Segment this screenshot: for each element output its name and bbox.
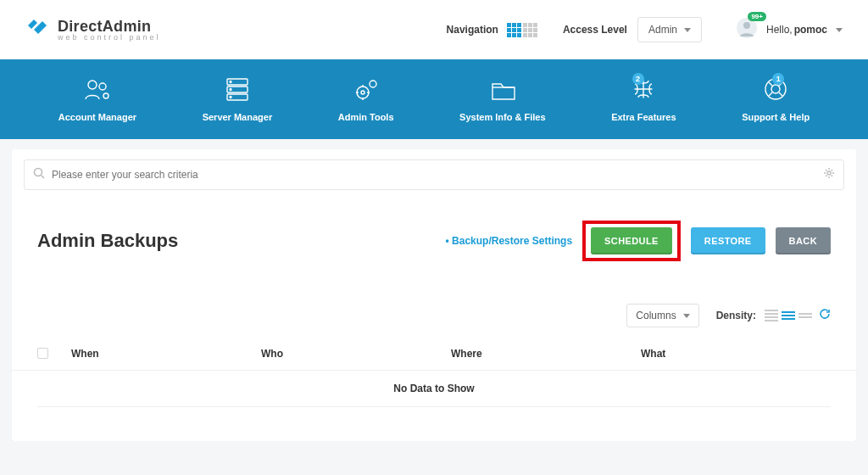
- nav-account-manager[interactable]: Account Manager: [58, 75, 136, 122]
- svg-point-13: [357, 87, 369, 98]
- nav-extra-features[interactable]: 2 Extra Features: [611, 75, 676, 122]
- density-normal-icon[interactable]: [782, 311, 795, 320]
- users-icon: [81, 75, 114, 103]
- nav-server-manager[interactable]: Server Manager: [203, 75, 273, 122]
- svg-point-19: [827, 171, 831, 175]
- brand-title: DirectAdmin: [58, 19, 161, 34]
- columns-select[interactable]: Columns: [626, 304, 698, 327]
- density-compact-icon[interactable]: [765, 310, 778, 321]
- search-settings-icon[interactable]: [823, 167, 835, 182]
- svg-point-11: [230, 89, 231, 91]
- schedule-button[interactable]: SCHEDULE: [591, 227, 672, 254]
- chevron-down-icon: [684, 28, 691, 32]
- user-menu[interactable]: 99+ Hello,pomoc: [736, 17, 843, 42]
- hello-text: Hello,pomoc: [766, 24, 827, 36]
- nav-grid-icon[interactable]: [507, 23, 521, 37]
- chevron-down-icon: [836, 28, 843, 32]
- access-level-select[interactable]: Admin: [637, 17, 702, 42]
- svg-point-17: [771, 85, 780, 93]
- nav-list-icon[interactable]: [523, 23, 537, 37]
- brand-text: DirectAdmin web control panel: [58, 19, 161, 42]
- search-input[interactable]: [52, 169, 816, 181]
- search-box[interactable]: [24, 159, 844, 190]
- col-where[interactable]: Where: [451, 348, 641, 361]
- svg-point-14: [361, 91, 364, 94]
- density-label: Density:: [716, 310, 756, 321]
- svg-point-5: [99, 83, 106, 90]
- search-icon: [33, 167, 45, 182]
- table-header: When Who Where What: [12, 336, 856, 371]
- brand-subtitle: web control panel: [58, 34, 161, 42]
- page-title: Admin Backups: [37, 230, 178, 252]
- select-all-checkbox[interactable]: [37, 348, 48, 359]
- refresh-icon[interactable]: [819, 308, 831, 323]
- svg-marker-0: [28, 20, 37, 29]
- svg-point-3: [743, 22, 750, 29]
- brand-logo[interactable]: DirectAdmin web control panel: [25, 15, 161, 44]
- col-what[interactable]: What: [641, 348, 831, 361]
- col-who[interactable]: Who: [261, 348, 451, 361]
- nav-system-info[interactable]: System Info & Files: [459, 75, 545, 122]
- svg-point-4: [88, 81, 97, 89]
- gears-icon: [349, 75, 383, 103]
- folder-icon: [486, 75, 520, 103]
- empty-state: No Data to Show: [37, 371, 831, 407]
- topbar: DirectAdmin web control panel Navigation…: [0, 0, 868, 59]
- restore-button[interactable]: RESTORE: [691, 227, 765, 254]
- back-button[interactable]: BACK: [776, 227, 831, 254]
- badge: 2: [632, 73, 644, 85]
- svg-point-15: [370, 81, 376, 87]
- svg-point-18: [35, 169, 42, 176]
- nav-support-help[interactable]: 1 Support & Help: [742, 75, 810, 122]
- main-panel: Admin Backups Backup/Restore Settings SC…: [12, 149, 856, 441]
- main-nav: Account Manager Server Manager Admin Too…: [0, 59, 868, 139]
- schedule-highlight: SCHEDULE: [582, 221, 681, 261]
- avatar: 99+: [736, 17, 758, 42]
- avatar-badge: 99+: [748, 12, 766, 21]
- svg-point-10: [230, 81, 231, 83]
- svg-point-6: [103, 93, 108, 98]
- backup-restore-settings-link[interactable]: Backup/Restore Settings: [446, 235, 573, 247]
- brand-icon: [25, 15, 51, 44]
- density-comfortable-icon[interactable]: [798, 313, 812, 318]
- chevron-down-icon: [683, 314, 690, 318]
- access-level-value: Admin: [648, 24, 677, 36]
- navigation-label: Navigation: [447, 24, 498, 36]
- server-icon: [220, 75, 254, 103]
- col-when[interactable]: When: [71, 348, 261, 361]
- access-level-label: Access Level: [563, 24, 627, 36]
- nav-admin-tools[interactable]: Admin Tools: [338, 75, 394, 122]
- svg-point-12: [230, 97, 231, 98]
